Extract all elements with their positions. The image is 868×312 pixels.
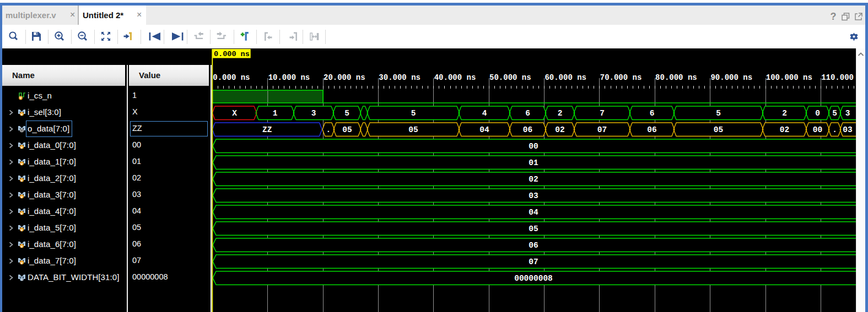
svg-text:v: v (21, 178, 23, 182)
svg-text:c: c (21, 277, 23, 281)
svg-text:v: v (21, 244, 23, 248)
svg-text:5: 5 (411, 109, 416, 118)
svg-text:05: 05 (529, 225, 538, 233)
svg-text:05: 05 (342, 125, 352, 134)
svg-text:00: 00 (529, 142, 538, 151)
svg-text:0.000 ns: 0.000 ns (214, 50, 250, 58)
svg-text:4: 4 (482, 109, 487, 118)
svg-text:v: v (21, 112, 23, 116)
svg-text:07: 07 (597, 125, 607, 134)
svg-text:v: v (21, 162, 23, 166)
svg-text:03: 03 (843, 125, 852, 134)
svg-text:01: 01 (529, 158, 538, 167)
svg-text:ZZ: ZZ (262, 125, 272, 134)
svg-text:60.000 ns: 60.000 ns (544, 73, 586, 82)
svg-text:00000008: 00000008 (514, 274, 553, 283)
svg-text:03: 03 (529, 191, 538, 200)
svg-text:30.000 ns: 30.000 ns (379, 73, 420, 82)
svg-text:X: X (232, 109, 237, 118)
svg-text:5: 5 (832, 109, 837, 118)
svg-text:20.000 ns: 20.000 ns (324, 73, 365, 82)
svg-text:04: 04 (529, 208, 538, 217)
svg-text:04: 04 (479, 125, 489, 134)
svg-text:40.000 ns: 40.000 ns (434, 73, 476, 82)
svg-text:5: 5 (344, 109, 349, 118)
svg-text:00: 00 (813, 125, 822, 134)
svg-text:3: 3 (845, 109, 850, 118)
svg-text:v: v (21, 228, 23, 232)
svg-text:6: 6 (525, 109, 530, 118)
svg-text:06: 06 (647, 125, 656, 134)
svg-text:.: . (326, 125, 331, 134)
svg-text:5: 5 (716, 109, 721, 118)
svg-text:1: 1 (273, 109, 278, 118)
svg-text:80.000 ns: 80.000 ns (655, 73, 697, 82)
svg-text:02: 02 (529, 175, 538, 184)
svg-text:90.000 ns: 90.000 ns (710, 73, 752, 82)
svg-text:06: 06 (523, 125, 532, 134)
svg-text:v: v (21, 195, 23, 199)
svg-text:v: v (21, 211, 23, 215)
svg-text:06: 06 (529, 241, 538, 250)
svg-text:6: 6 (650, 109, 655, 118)
svg-text:70.000 ns: 70.000 ns (600, 73, 642, 82)
svg-text:v: v (20, 96, 22, 100)
svg-text:7: 7 (600, 109, 605, 118)
svg-text:.: . (832, 125, 837, 134)
svg-text:05: 05 (714, 125, 723, 134)
svg-text:02: 02 (780, 125, 789, 134)
svg-text:v: v (21, 145, 23, 149)
svg-text:v: v (21, 261, 23, 265)
svg-text:05: 05 (408, 125, 418, 134)
svg-text:0.000 ns: 0.000 ns (213, 73, 250, 82)
svg-text:2: 2 (782, 109, 787, 118)
svg-text:100.000 ns: 100.000 ns (766, 73, 812, 82)
svg-text:2: 2 (558, 109, 563, 118)
svg-text:02: 02 (555, 125, 564, 134)
svg-text:10.000 ns: 10.000 ns (268, 73, 310, 82)
svg-text:3: 3 (311, 109, 316, 118)
svg-text:07: 07 (529, 258, 538, 266)
svg-text:50.000 ns: 50.000 ns (489, 73, 531, 82)
svg-text:110.000 ns: 110.000 ns (821, 73, 856, 82)
svg-text:0: 0 (815, 109, 820, 118)
